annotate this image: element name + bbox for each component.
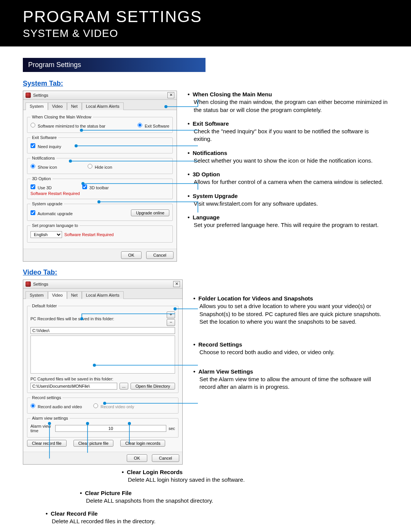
- opt-record-video-only[interactable]: Record video only: [93, 403, 134, 409]
- legend-lang: Set program language to: [30, 223, 80, 228]
- close-icon[interactable]: ✕: [167, 92, 174, 98]
- section-banner: Program Settings: [23, 58, 206, 72]
- clear-login-button[interactable]: Clear login records: [120, 440, 165, 447]
- callout-item: When Closing the Main MenuWhen closing t…: [188, 91, 388, 114]
- cancel-button[interactable]: Cancel: [146, 251, 174, 259]
- chk-auto-upgrade[interactable]: Automatic upgrade: [30, 210, 73, 216]
- page-subtitle: SYSTEM & VIDEO: [23, 27, 388, 40]
- settings-dialog-video: Settings ✕ System Video Net Local Alarm …: [23, 280, 183, 465]
- system-dialog-screenshot: Settings ✕ System Video Net Local Alarm …: [23, 91, 177, 262]
- group-system-upgrade: System upgrade Automatic upgrade Upgrade…: [27, 201, 173, 221]
- page-title: PROGRAM SETTINGS: [23, 8, 388, 26]
- legend-3d: 3D Option: [30, 176, 53, 181]
- dialog-tabs: System Video Net Local Alarm Alerts: [23, 100, 177, 110]
- settings-dialog: Settings ✕ System Video Net Local Alarm …: [23, 91, 177, 262]
- legend-exit: Exit Software: [30, 135, 58, 140]
- video-callouts-right: Folder Location for Videos and Snapshots…: [193, 295, 388, 397]
- label-captured-folder: PC Captured files will be saved in this …: [30, 377, 175, 381]
- opt-show-icon[interactable]: Show icon: [30, 164, 57, 169]
- ok-button[interactable]: OK: [121, 251, 142, 259]
- tab-system[interactable]: System: [25, 291, 48, 299]
- dialog-titlebar: Settings ✕: [23, 91, 177, 100]
- dialog-button-row: OK Cancel: [23, 249, 177, 261]
- group-language: Set program language to English Software…: [27, 223, 173, 243]
- recorded-folders-list[interactable]: [30, 335, 175, 374]
- dialog-body-video: Default folder PC Recorded files will be…: [23, 299, 182, 452]
- callout-item: 3D OptionAllows for further control of a…: [188, 171, 388, 186]
- tab-video[interactable]: Video: [48, 291, 67, 299]
- callout-item: Alarm View SettingsSet the Alarm view ti…: [193, 368, 388, 391]
- dialog-title-text: Settings: [33, 93, 48, 97]
- restart-required-2: Software Restart Required: [64, 232, 114, 237]
- tab-video[interactable]: Video: [48, 102, 67, 110]
- callout-item: Clear Picture FileDelete ALL snapshots f…: [80, 489, 251, 505]
- video-callouts-bottom: Clear Login RecordsDelete ALL login hist…: [46, 468, 388, 526]
- legend-alarm: Alarm view settings: [30, 416, 70, 420]
- group-alarm-view: Alarm view settings Alarm view time sec: [27, 416, 178, 438]
- legend-upgrade: System upgrade: [30, 201, 64, 206]
- callout-item: Clear Login RecordsDelete ALL login hist…: [122, 468, 293, 484]
- add-folder-button[interactable]: +: [167, 312, 175, 318]
- chk-3d-toolbar[interactable]: 3D toolbar: [82, 184, 109, 190]
- open-directory-button[interactable]: Open file Directory: [131, 383, 175, 390]
- app-icon: [25, 281, 31, 287]
- legend-notif: Notifications: [30, 156, 56, 160]
- system-callouts: When Closing the Main MenuWhen closing t…: [188, 91, 388, 235]
- legend-default-folder: Default folder: [30, 304, 58, 308]
- legend-record: Record settings: [30, 395, 62, 400]
- page-content: Program Settings System Tab: Settings ✕: [0, 46, 411, 532]
- browse-button[interactable]: ...: [119, 383, 128, 390]
- restart-required-1: Software Restart Required: [30, 191, 169, 196]
- tab-system[interactable]: System: [25, 102, 48, 110]
- group-close-main: When Closing the Main Window Software mi…: [27, 115, 173, 133]
- upgrade-online-button[interactable]: Upgrade online: [131, 209, 169, 216]
- system-tab-heading: System Tab:: [23, 80, 388, 88]
- dialog-titlebar: Settings ✕: [23, 280, 182, 289]
- group-record-settings: Record settings Record audio and video R…: [27, 395, 178, 414]
- callout-item: Record SettingsChoose to record both aud…: [193, 341, 388, 356]
- chk-use-3d[interactable]: Use 3D: [30, 184, 52, 190]
- callout-item: Clear Record FileDelete ALL recorded fil…: [46, 510, 217, 526]
- chk-need-inquiry[interactable]: Need inquiry: [30, 143, 61, 149]
- app-icon: [25, 93, 31, 98]
- group-exit-software: Exit Software Need inquiry: [27, 135, 173, 153]
- dialog-title-text: Settings: [33, 282, 48, 286]
- cancel-button[interactable]: Cancel: [152, 454, 179, 462]
- opt-hide-icon[interactable]: Hide icon: [88, 164, 112, 169]
- dialog-body-system: When Closing the Main Window Software mi…: [23, 110, 177, 249]
- label-sec: sec: [169, 426, 175, 431]
- label-recorded-folder: PC Recorded files will be saved in this …: [30, 316, 114, 321]
- callout-item: NotificationsSelect whether you want to …: [188, 149, 388, 165]
- video-dialog-screenshot: Settings ✕ System Video Net Local Alarm …: [23, 280, 183, 465]
- video-tab-heading: Video Tab:: [23, 268, 388, 276]
- remove-folder-button[interactable]: −: [167, 319, 175, 326]
- language-select[interactable]: English: [30, 231, 62, 238]
- legend-close-main: When Closing the Main Window: [30, 115, 93, 119]
- opt-minimize[interactable]: Software minimized to the status bar: [30, 123, 105, 128]
- ok-button[interactable]: OK: [127, 454, 147, 462]
- callout-item: Folder Location for Videos and Snapshots…: [193, 295, 388, 326]
- callout-item: System UpgradeVisit www.firstalert.com f…: [188, 192, 388, 208]
- tab-local-alarm[interactable]: Local Alarm Alerts: [82, 291, 124, 299]
- opt-exit-software[interactable]: Exit Software: [137, 123, 169, 128]
- group-default-folder: Default folder PC Recorded files will be…: [27, 304, 178, 393]
- page-header: PROGRAM SETTINGS SYSTEM & VIDEO: [0, 0, 411, 46]
- alarm-time-input[interactable]: [55, 425, 166, 432]
- captured-path-input[interactable]: [30, 383, 117, 390]
- recorded-path-input[interactable]: [30, 327, 175, 334]
- group-notifications: Notifications Show icon Hide icon: [27, 156, 173, 174]
- label-alarm-time: Alarm view time: [30, 424, 53, 433]
- tab-net[interactable]: Net: [67, 102, 82, 110]
- group-3d-option: 3D Option Use 3D 3D toolbar Software Res…: [27, 176, 173, 199]
- callout-item: Exit SoftwareCheck the "need Inquiry" bo…: [188, 120, 388, 143]
- tab-local-alarm[interactable]: Local Alarm Alerts: [82, 102, 124, 110]
- dialog-tabs: System Video Net Local Alarm Alerts: [23, 289, 182, 299]
- clear-record-button[interactable]: Clear record file: [27, 440, 67, 447]
- clear-picture-button[interactable]: Clear picture file: [73, 440, 113, 447]
- close-icon[interactable]: ✕: [173, 281, 180, 287]
- dialog-button-row: OK Cancel: [23, 452, 182, 464]
- callout-item: LanguageSet your preferred language here…: [188, 214, 388, 229]
- opt-record-av[interactable]: Record audio and video: [30, 403, 82, 409]
- tab-net[interactable]: Net: [67, 291, 82, 299]
